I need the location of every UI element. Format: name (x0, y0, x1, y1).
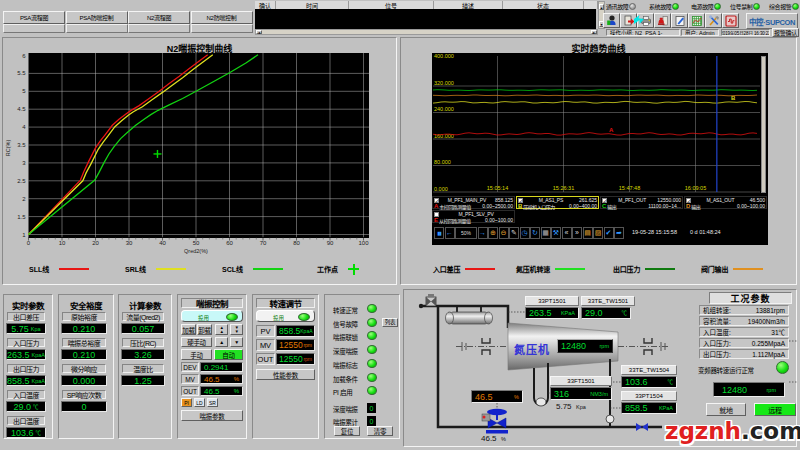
edit-note-button[interactable] (671, 13, 688, 28)
trend-tb-zoom-out-button[interactable]: ⊖ (499, 227, 509, 239)
surge-params-button[interactable]: 喘振参数 (181, 410, 243, 421)
surge-ctrl-label-MV: MV (181, 374, 199, 384)
trend-tb-step-forward-button[interactable]: → (478, 227, 488, 239)
trend-tb-pause-button[interactable]: ▮▮ (434, 227, 444, 239)
trend-tb-jump-button[interactable]: ➦ (614, 227, 624, 239)
trend-tb-clock-button[interactable]: ◷ (520, 227, 530, 239)
label: 33FT1501 (567, 378, 594, 384)
pid-button[interactable] (722, 13, 739, 28)
speed-engage-label: 投用 (273, 314, 284, 322)
label: 33TE_TW1501 (588, 298, 628, 304)
trend-plot-scrollbar[interactable] (761, 56, 766, 193)
cond-value: 1.112MpaA (752, 351, 785, 358)
fast-up-button[interactable]: ▴▴ (215, 324, 228, 335)
trend-legend-item-M_PF1_SLV_PV[interactable]: M_PF1_SLV_PVE从控回路测量值0.00~100.00 (432, 210, 515, 223)
valve-output-text: 46.5 % (481, 434, 506, 443)
trend-tb-check-button[interactable]: ✔ (604, 227, 614, 239)
surge-chart[interactable]: 010203040506070809010011.522.533.544.555… (3, 38, 398, 258)
hard-manual-button[interactable]: 硬手动 (181, 337, 212, 347)
surge-sr-button[interactable]: SR (207, 398, 218, 407)
reset-button[interactable]: 复位 (334, 426, 360, 436)
up-button[interactable]: ▲ (215, 337, 228, 347)
trend-tb-refresh-button[interactable]: ↻ (530, 227, 540, 239)
session-group-label: 操作小组: N2_PSA 1- (610, 29, 662, 36)
trend-tb-step-back-button[interactable]: ← (445, 227, 455, 239)
alarm-list-body[interactable] (255, 9, 596, 29)
speed-engage-button[interactable]: 投用 (256, 310, 315, 322)
svg-text:5.5: 5.5 (17, 70, 26, 76)
nav-button-1[interactable]: PSA流程图 (3, 11, 65, 24)
operator-button[interactable] (603, 13, 620, 28)
label: 清零 (374, 426, 386, 436)
svg-text:30: 30 (126, 240, 133, 246)
surge-ld-button[interactable]: LD (194, 398, 205, 407)
nav-button-blank-3[interactable] (128, 24, 190, 33)
session-datetime-box: 2019年05月28日 16:30:22 (721, 29, 770, 36)
perf-params-button[interactable]: 性能参数 (256, 369, 315, 380)
fast-down-button[interactable]: ▾▾ (230, 324, 243, 335)
down-button[interactable]: ▼ (230, 337, 243, 347)
surge-legend-label: 工作点 (317, 264, 338, 274)
local-button[interactable]: 就地 (706, 403, 746, 416)
trend-tb-print-button[interactable]: ▦ (541, 227, 551, 239)
manual-button[interactable]: 手动 (181, 349, 212, 360)
nav-button-2[interactable]: PSA防喘控制 (66, 11, 128, 24)
alarm-hscrollbar[interactable]: ◂ ▸ (255, 29, 598, 35)
trend-tb-fast-back-button[interactable]: « (562, 227, 572, 239)
value-unit: ℃ (36, 429, 42, 437)
nav-button-blank-2[interactable] (66, 24, 128, 33)
nav-button-blank-4[interactable] (191, 24, 253, 33)
trend-legend-item-M_PF1_OUT[interactable]: ✓M_PF1_OUT12550.000C输出11100.00~14... (600, 196, 683, 209)
surge-pi-button[interactable]: PI (181, 398, 192, 407)
trend-tb-copy-button[interactable]: ▤ (583, 227, 593, 239)
trend-legend-item-M_PF1_MAIN_PV[interactable]: ✓M_PF1_MAIN_PV858.125A主控回路测量值0.00~2500.0… (432, 196, 515, 209)
label: 就地 (719, 405, 732, 415)
trend-legend-item-M_AS1_OUT[interactable]: ✓M_AS1_OUT46.500D输出0.00~100.00 (684, 196, 767, 209)
trend-legend-item-M_AS1_PS[interactable]: ✓M_AS1_PS261.625B压缩机入口压力0.00~400.00 (516, 196, 599, 209)
alarm-col-header-3[interactable]: 描述 (434, 1, 503, 9)
surge-ctrl-value-DEV: 0.2941 (200, 362, 243, 372)
value-unit: ℃ (33, 403, 39, 411)
trend-tb-folder-button[interactable]: ▨ (593, 227, 603, 239)
instr-33FT1501-tag: 33FT1501 (550, 376, 612, 386)
nav-button-3[interactable]: N2流程图 (128, 11, 190, 24)
counter-value: 0 (367, 403, 376, 413)
alarm-ack-button[interactable]: 报警确认 (772, 28, 799, 37)
alarm-col-header-4[interactable]: 状态 (503, 1, 584, 9)
tools-button[interactable] (705, 13, 722, 28)
trend-item-range: 0.00~400.00 (569, 203, 597, 209)
valve-output-box: 46.5% (471, 390, 523, 403)
value-text: 46.5 (204, 387, 220, 396)
instr-33PT1504-tag: 33PT1504 (621, 391, 677, 401)
auto-button[interactable]: 自动 (214, 349, 243, 360)
alarm-col-header-1[interactable]: 时间 (276, 1, 349, 9)
scroll-right-icon[interactable]: ▸ (591, 30, 597, 34)
trend-tb-zoom-level-button[interactable]: 50% (455, 227, 477, 239)
trend-tb-zoom-in-button[interactable]: ⊕ (488, 227, 498, 239)
remote-button[interactable]: 远程 (754, 403, 796, 416)
list-button[interactable]: 列表 (382, 318, 398, 327)
surge-engage-button[interactable]: 投用 (181, 310, 243, 322)
svg-text:6: 6 (22, 53, 26, 59)
svg-text:1: 1 (22, 232, 26, 238)
status-row-label: 深度喘振 (333, 346, 358, 356)
trend-tb-pen-button[interactable]: ✎ (509, 227, 519, 239)
load-button[interactable]: 加载 (181, 324, 196, 335)
nav-button-blank-1[interactable] (3, 24, 65, 33)
unload-button[interactable]: 卸载 (197, 324, 212, 335)
dp-text: 5.75 Kpa (556, 402, 586, 411)
unit-text: KPaA (659, 405, 673, 411)
scroll-left-icon[interactable]: ◂ (256, 30, 262, 34)
nav-button-4[interactable]: N2防喘控制 (191, 11, 253, 24)
label: 复位 (341, 426, 353, 436)
trend-tb-fast-forward-button[interactable]: » (572, 227, 582, 239)
trend-chart[interactable]: 400.000320.000240.000160.00080.0000.0001… (432, 53, 768, 196)
trend-tb-tools-button[interactable]: ⚒ (551, 227, 561, 239)
green-led-icon (672, 3, 679, 10)
trend-grid-button[interactable] (688, 13, 705, 28)
alarm-bell-button[interactable] (654, 13, 671, 28)
alarm-col-header-2[interactable]: 位号 (349, 1, 434, 9)
clear-button[interactable]: 清零 (367, 426, 393, 436)
svg-text:A: A (609, 127, 614, 133)
alarm-col-header-0[interactable]: 确认 (255, 1, 276, 9)
